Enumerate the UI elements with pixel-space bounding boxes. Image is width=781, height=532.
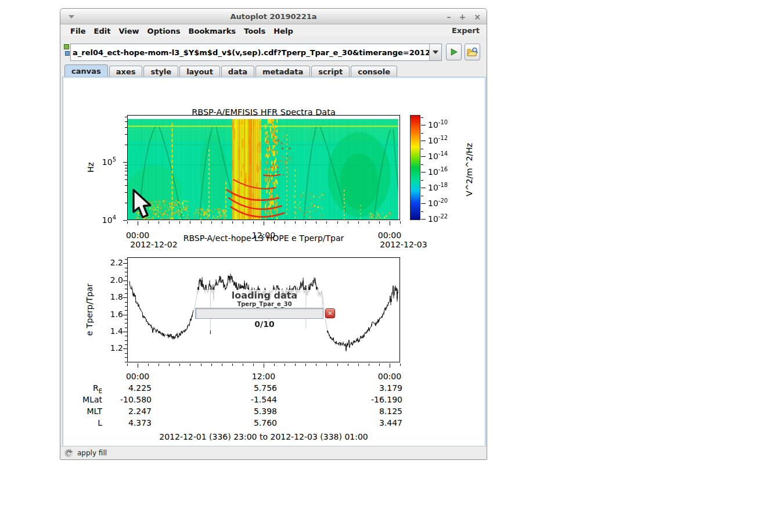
tick [390,364,390,368]
plot1-ytick-label: 104 [86,214,116,225]
footer-value-cell: 4.225 [99,383,152,393]
menu-edit[interactable]: Edit [90,27,115,35]
footer-value-cell: -1.544 [225,395,277,404]
tick [285,221,285,224]
tick [125,289,127,289]
tick [243,364,243,366]
tick [125,310,127,311]
tick [148,364,149,366]
tick [125,179,127,180]
plot2-ytick-label: 1.8 [93,292,123,301]
tick [253,221,254,224]
tab-console[interactable]: console [351,66,397,77]
colorbar-tick-label: 10-12 [428,135,448,145]
tick [125,134,127,135]
tick [123,332,127,332]
tick [421,125,423,125]
tick [421,156,423,157]
plot2-ytick-label: 2.2 [93,258,123,267]
window-title: Autoplot 20190221a [230,12,316,21]
tick [125,340,127,341]
menu-tools[interactable]: Tools [240,27,269,35]
uri-combobox[interactable]: a_rel04_ect-hope-mom-l3_$Y$m$d_v$(v,sep)… [70,44,442,61]
minimize-button[interactable]: – [447,13,451,21]
tick [421,203,423,204]
tab-data[interactable]: data [221,66,254,77]
tick [123,348,127,349]
colorbar-tick-label: 10-16 [428,166,448,177]
close-button[interactable]: × [474,13,481,21]
expert-mode-label[interactable]: Expert [452,26,481,35]
tab-style[interactable]: style [143,66,178,77]
menu-bar: FileEditViewOptionsBookmarksToolsHelp Ex… [60,24,487,36]
tick [159,221,159,224]
tick [379,221,380,224]
tick [201,364,201,366]
tick [179,221,180,224]
tick [123,220,127,221]
window-menu-icon[interactable] [69,15,74,19]
tick [274,221,275,224]
tick [123,297,127,298]
tick [326,221,327,224]
tick [125,117,127,117]
colorbar[interactable] [410,115,420,220]
tick [369,221,369,224]
footer-value-cell: 5.760 [225,418,277,427]
tick [421,133,423,134]
go-button[interactable] [446,44,462,60]
play-icon [449,48,458,56]
tick [179,364,180,366]
tick [316,221,316,224]
tick [264,221,264,225]
footer-row-label: L [67,418,102,427]
spectrogram-plot[interactable] [127,115,400,220]
tick [222,221,222,224]
tick [125,127,127,128]
tick [295,364,296,366]
maximize-button[interactable]: + [459,13,466,21]
tick [285,364,285,366]
tick [190,364,190,366]
menu-options[interactable]: Options [143,27,185,35]
tick [369,364,369,366]
tick [316,364,316,366]
tab-bar: canvasaxesstylelayoutdatametadatascriptc… [60,64,487,77]
menu-file[interactable]: File [66,27,90,35]
tick [125,203,127,203]
tick [201,221,201,224]
plot2-ytick-label: 1.6 [93,310,123,319]
tick [264,364,264,368]
plot1-date-label: 2012-12-02 [127,240,181,249]
menu-view[interactable]: View [114,27,143,35]
tab-metadata[interactable]: metadata [255,66,310,77]
menu-bookmarks[interactable]: Bookmarks [185,27,240,35]
tick [123,162,127,163]
tick [421,172,423,172]
menu-help[interactable]: Help [269,27,297,35]
uri-dropdown-button[interactable] [429,44,441,60]
tab-script[interactable]: script [311,66,350,77]
footer-time-label: 12:00 [246,372,281,381]
autoplot-window: Autoplot 20190221a – + × FileEditViewOpt… [60,8,487,460]
tick [211,364,212,366]
tab-axes[interactable]: axes [109,66,143,77]
plot1-ytick-label: 105 [86,156,116,167]
plot2-ytick-label: 1.2 [93,343,123,353]
cancel-loading-button[interactable]: ✕ [325,308,335,318]
title-bar[interactable]: Autoplot 20190221a – + × [60,9,487,24]
tab-canvas[interactable]: canvas [64,64,108,77]
tick [348,364,348,366]
tick [123,281,127,281]
tick [125,145,127,145]
tick [421,219,423,220]
tick [125,293,127,294]
footer-value-cell: 3.447 [350,418,402,427]
uri-input[interactable]: a_rel04_ect-hope-mom-l3_$Y$m$d_v$(v,sep)… [71,48,429,57]
tick [159,364,159,366]
tick [211,221,212,224]
tab-layout[interactable]: layout [179,66,220,77]
tick [337,221,338,224]
browse-button[interactable] [465,44,480,60]
colorbar-tick-label: 10-10 [428,119,448,130]
